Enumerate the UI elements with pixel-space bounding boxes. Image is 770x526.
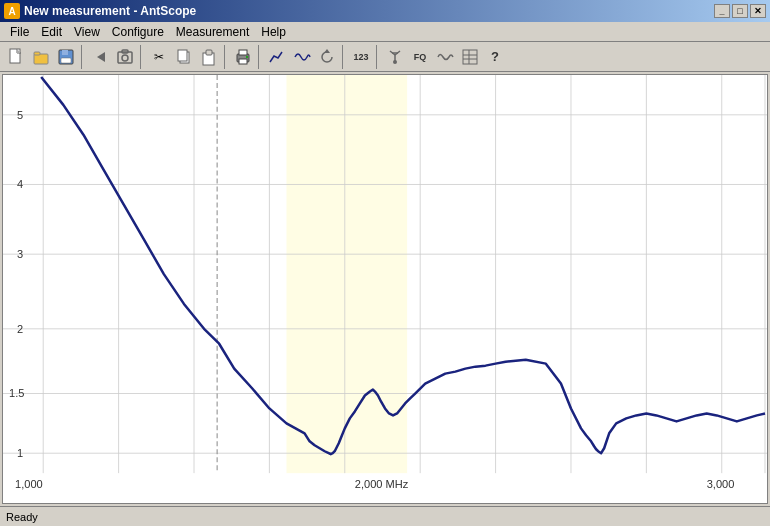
new-button[interactable] <box>4 45 28 69</box>
print-button[interactable] <box>231 45 255 69</box>
svg-rect-11 <box>178 50 187 61</box>
sep2 <box>140 45 144 69</box>
svg-text:1.5: 1.5 <box>9 388 24 400</box>
sep1 <box>81 45 85 69</box>
svg-text:4: 4 <box>17 179 23 191</box>
svg-rect-2 <box>34 52 40 55</box>
paste-button[interactable] <box>197 45 221 69</box>
toolbar: ✂ 123 FQ ? <box>0 42 770 72</box>
back-button[interactable] <box>88 45 112 69</box>
titlebar-buttons[interactable]: _ □ ✕ <box>714 4 766 18</box>
svg-rect-5 <box>61 58 71 63</box>
close-button[interactable]: ✕ <box>750 4 766 18</box>
save-button[interactable] <box>54 45 78 69</box>
sep3 <box>224 45 228 69</box>
window-title: New measurement - AntScope <box>24 4 196 18</box>
sep6 <box>376 45 380 69</box>
svg-rect-13 <box>206 50 212 55</box>
chart-container: Range: 2,000 ± 1,000 MHz, 50 points Z0 =… <box>2 74 768 504</box>
chart-svg: 5 4 3 2 1.5 1 1,000 2,000 MHz 3,000 <box>3 75 767 503</box>
svg-rect-15 <box>239 50 247 55</box>
svg-point-23 <box>393 60 397 64</box>
copy-button[interactable] <box>172 45 196 69</box>
sep4 <box>258 45 262 69</box>
menu-view[interactable]: View <box>68 23 106 41</box>
wave2-button[interactable] <box>433 45 457 69</box>
svg-text:2,000 MHz: 2,000 MHz <box>355 478 409 490</box>
table-button[interactable] <box>458 45 482 69</box>
titlebar-left: A New measurement - AntScope <box>4 3 196 19</box>
graph-line-button[interactable] <box>265 45 289 69</box>
screenshot-button[interactable] <box>113 45 137 69</box>
svg-point-9 <box>122 55 128 61</box>
menu-measurement[interactable]: Measurement <box>170 23 255 41</box>
svg-text:1: 1 <box>17 447 23 459</box>
menu-file[interactable]: File <box>4 23 35 41</box>
svg-text:1,000: 1,000 <box>15 478 43 490</box>
svg-marker-6 <box>97 52 105 62</box>
svg-text:3: 3 <box>17 248 23 260</box>
svg-point-17 <box>246 56 248 58</box>
numeric-button[interactable]: 123 <box>349 45 373 69</box>
statusbar: Ready <box>0 506 770 526</box>
fq-button[interactable]: FQ <box>408 45 432 69</box>
minimize-button[interactable]: _ <box>714 4 730 18</box>
cut-button[interactable]: ✂ <box>147 45 171 69</box>
graph-wave-button[interactable] <box>290 45 314 69</box>
status-text: Ready <box>6 511 38 523</box>
menu-edit[interactable]: Edit <box>35 23 68 41</box>
svg-text:2: 2 <box>17 323 23 335</box>
help-button[interactable]: ? <box>483 45 507 69</box>
menu-help[interactable]: Help <box>255 23 292 41</box>
titlebar: A New measurement - AntScope _ □ ✕ <box>0 0 770 22</box>
svg-rect-24 <box>463 50 477 64</box>
svg-text:3,000: 3,000 <box>707 478 735 490</box>
antenna-button[interactable] <box>383 45 407 69</box>
svg-rect-16 <box>239 59 247 64</box>
sep5 <box>342 45 346 69</box>
svg-text:5: 5 <box>17 109 23 121</box>
app-icon: A <box>4 3 20 19</box>
open-button[interactable] <box>29 45 53 69</box>
menubar: File Edit View Configure Measurement Hel… <box>0 22 770 42</box>
refresh-button[interactable] <box>315 45 339 69</box>
maximize-button[interactable]: □ <box>732 4 748 18</box>
svg-marker-18 <box>324 49 330 53</box>
menu-configure[interactable]: Configure <box>106 23 170 41</box>
svg-rect-4 <box>62 50 68 55</box>
